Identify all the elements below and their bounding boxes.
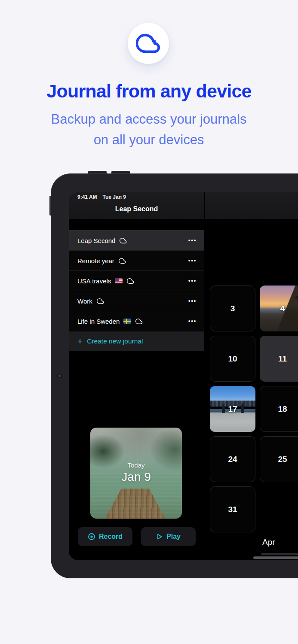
day-number: 17 [210, 404, 255, 414]
onboarding-page: Journal from any device Backup and acces… [0, 0, 298, 644]
calendar-grid: 3 4 10 11 17 18 24 [69, 192, 298, 560]
calendar-day-cell[interactable]: 3 [210, 286, 255, 331]
cloud-badge [128, 23, 169, 64]
day-number: 3 [210, 304, 255, 313]
day-number: 31 [210, 505, 255, 514]
day-number: 10 [210, 354, 255, 364]
page-subtitle: Backup and access your journals on all y… [50, 109, 248, 150]
front-camera [57, 374, 62, 378]
day-number: 4 [260, 304, 298, 313]
volume-down-button [111, 171, 130, 173]
calendar-day-cell[interactable]: 11 [260, 336, 298, 382]
day-number: 11 [260, 354, 298, 364]
calendar-day-cell[interactable]: 17 [210, 386, 255, 432]
month-label: Apr [262, 538, 275, 547]
cloud-icon [136, 31, 161, 56]
scrollbar-thumb[interactable] [253, 556, 298, 559]
calendar-day-cell[interactable]: 18 [260, 386, 298, 432]
today-date: Jan 9 [90, 470, 182, 484]
volume-up-button [88, 171, 107, 173]
day-number: 18 [260, 404, 298, 414]
calendar-day-cell[interactable]: 25 [260, 436, 298, 482]
tablet-mockup: 9:41 AM Tue Jan 9 Leap Second Leap Secon… [51, 173, 298, 578]
calendar-day-cell[interactable]: 31 [210, 486, 255, 532]
calendar-day-cell[interactable]: 4 [260, 286, 298, 331]
calendar-day-cell[interactable]: 10 [210, 336, 255, 382]
page-title: Journal from any device [0, 81, 298, 102]
side-button [49, 196, 51, 216]
day-number: 24 [210, 455, 255, 464]
scrollbar-track [261, 553, 298, 555]
calendar-day-cell[interactable]: 24 [210, 436, 255, 482]
app-screen: 9:41 AM Tue Jan 9 Leap Second Leap Secon… [69, 192, 298, 560]
today-label: Today [90, 462, 182, 469]
day-number: 25 [260, 455, 298, 464]
